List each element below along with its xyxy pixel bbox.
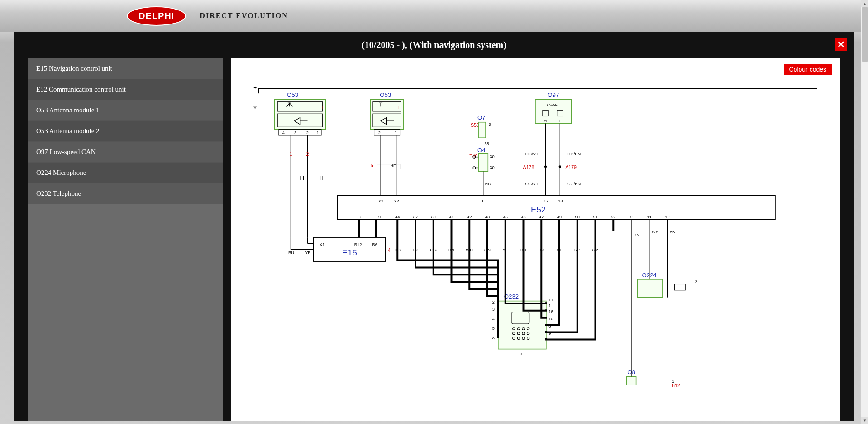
o8-box[interactable] xyxy=(626,377,636,385)
scroll-down-arrow[interactable]: ▼ xyxy=(861,417,868,424)
sidebar-item-o53-2[interactable]: O53 Antenna module 2 xyxy=(28,121,223,142)
svg-text:4: 4 xyxy=(388,247,391,253)
e52-pin-51: 51 xyxy=(593,215,597,219)
product-name: DIRECT EVOLUTION xyxy=(200,12,288,20)
wire-color-GY-11: GY xyxy=(592,248,598,252)
o97-label: O97 xyxy=(548,92,559,98)
e52-pin-11: 11 xyxy=(647,215,652,219)
o224-box[interactable] xyxy=(637,279,663,298)
colour-codes-button[interactable]: Colour codes xyxy=(784,64,832,75)
o7-label: O7 xyxy=(477,114,486,121)
svg-text:OG/BN: OG/BN xyxy=(567,182,581,186)
component-sidebar: E15 Navigation control unit E52 Communic… xyxy=(28,58,223,421)
ground-icon: ⏚ xyxy=(253,103,257,109)
wire-color-RD-10: RD xyxy=(574,248,581,252)
sidebar-item-e15[interactable]: E15 Navigation control unit xyxy=(28,58,223,79)
scroll-up-arrow[interactable]: ▲ xyxy=(861,0,868,7)
svg-text:1: 1 xyxy=(397,105,400,110)
wire-color-YE-6: YE xyxy=(503,248,508,252)
svg-text:X1: X1 xyxy=(320,242,324,247)
o4-box[interactable] xyxy=(478,154,488,172)
svg-text:RD: RD xyxy=(485,182,491,186)
svg-text:58: 58 xyxy=(484,141,489,146)
o53-left-box[interactable] xyxy=(275,99,326,129)
e52-pin-41: 41 xyxy=(449,215,453,219)
diagram-title-bar: (10/2005 - ), (With navigation system) ✕ xyxy=(14,32,854,58)
svg-text:X3: X3 xyxy=(378,199,383,203)
wire-color-BN-3: BN xyxy=(448,248,454,252)
svg-text:OG/VT: OG/VT xyxy=(525,152,539,156)
scroll-thumb[interactable] xyxy=(862,7,868,62)
e15-label: E15 xyxy=(342,248,357,257)
svg-text:X2: X2 xyxy=(394,199,399,203)
diagram-canvas: Colour codes + ⏚ O53 1 xyxy=(231,58,840,421)
svg-text:HF: HF xyxy=(320,175,327,181)
svg-text:8: 8 xyxy=(492,336,495,340)
svg-text:18: 18 xyxy=(558,199,563,203)
svg-text:CAN-L: CAN-L xyxy=(547,103,560,107)
o4-label: O4 xyxy=(477,147,486,154)
svg-text:YE: YE xyxy=(305,251,310,255)
e52-box[interactable] xyxy=(338,195,775,219)
o53-left-label: O53 xyxy=(287,92,298,98)
e52-pin-52: 52 xyxy=(611,215,615,219)
e52-pin-44: 44 xyxy=(395,215,400,219)
sidebar-item-o53-1[interactable]: O53 Antenna module 1 xyxy=(28,100,223,121)
e52-pin-46: 46 xyxy=(521,215,525,219)
svg-text:OG/VT: OG/VT xyxy=(525,182,539,186)
e52-pin-12: 12 xyxy=(665,215,669,219)
sidebar-spacer xyxy=(28,204,223,421)
svg-text:BK: BK xyxy=(670,230,676,234)
plus-label: + xyxy=(253,85,257,91)
svg-text:1: 1 xyxy=(548,304,551,308)
wire-color-VT-9: VT xyxy=(557,248,562,252)
diagram-title: (10/2005 - ), (With navigation system) xyxy=(362,40,506,50)
app-header: DELPHI DIRECT EVOLUTION xyxy=(0,0,868,32)
wire-color-RD-0: RD xyxy=(395,248,401,252)
wire-color-GN-5: GN xyxy=(484,248,491,252)
svg-text:3: 3 xyxy=(492,307,495,312)
e52-pin-50: 50 xyxy=(575,215,580,219)
svg-text:2: 2 xyxy=(306,130,309,135)
o53l-pin-t1: 1 xyxy=(321,105,324,110)
e52-pin-42: 42 xyxy=(467,215,472,219)
diagram-svg[interactable]: + ⏚ O53 1 4 3 2 1 xyxy=(240,80,831,416)
svg-text:A178: A178 xyxy=(523,164,534,170)
svg-text:17: 17 xyxy=(544,199,548,203)
wire-color-WH-4: WH xyxy=(466,248,473,252)
svg-text:5: 5 xyxy=(371,163,373,168)
svg-text:5: 5 xyxy=(492,326,495,331)
sidebar-item-e52[interactable]: E52 Communication control unit xyxy=(28,79,223,100)
svg-text:9: 9 xyxy=(489,122,491,127)
o7-box[interactable] xyxy=(478,122,486,138)
svg-text:4: 4 xyxy=(282,130,285,135)
wiring-diagram[interactable]: + ⏚ O53 1 4 3 2 1 xyxy=(240,80,831,416)
vertical-scrollbar[interactable]: ▲ ▼ xyxy=(861,0,868,424)
svg-text:612: 612 xyxy=(672,383,680,388)
e52-pin-49: 49 xyxy=(557,215,562,219)
e52-pin-37: 37 xyxy=(413,215,418,219)
brand-logo: DELPHI xyxy=(127,6,186,26)
svg-text:1: 1 xyxy=(395,130,397,135)
sidebar-item-o232[interactable]: O232 Telephone xyxy=(28,183,223,204)
svg-text:1: 1 xyxy=(289,151,292,157)
e52-pin-43: 43 xyxy=(485,215,490,219)
e52-pin-39: 39 xyxy=(431,215,436,219)
e52-label: E52 xyxy=(531,205,546,214)
svg-point-54 xyxy=(559,165,561,168)
close-button[interactable]: ✕ xyxy=(835,38,847,51)
svg-text:L: L xyxy=(559,119,562,123)
sidebar-item-o97[interactable]: O97 Low-speed CAN xyxy=(28,142,223,163)
wire-color-BU-7: BU xyxy=(520,248,526,252)
svg-rect-97 xyxy=(674,284,685,290)
e52-pin-8: 8 xyxy=(360,215,362,219)
svg-text:HF: HF xyxy=(300,175,308,181)
wire-color-OG-2: OG xyxy=(430,248,437,252)
o232-box[interactable] xyxy=(498,301,546,349)
sidebar-item-o224[interactable]: O224 Microphone xyxy=(28,163,223,183)
o53-right-label: O53 xyxy=(380,92,391,98)
e52-pin-45: 45 xyxy=(503,215,508,219)
svg-text:BN: BN xyxy=(634,233,639,237)
svg-text:1: 1 xyxy=(482,199,484,203)
svg-text:30: 30 xyxy=(490,165,494,170)
